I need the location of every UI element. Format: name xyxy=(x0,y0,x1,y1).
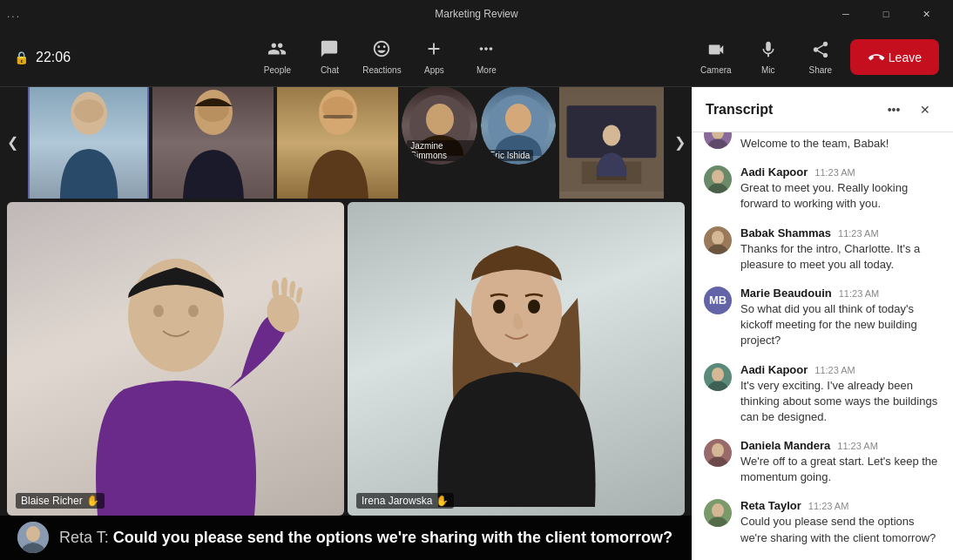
camera-label: Camera xyxy=(700,65,732,75)
people-icon xyxy=(267,39,287,63)
large-video-irena-jarowska[interactable]: Irena Jarowska ✋ xyxy=(348,202,685,516)
large-videos: Blaise Richer ✋ xyxy=(0,199,692,516)
svg-point-18 xyxy=(188,305,199,317)
svg-point-1 xyxy=(74,99,104,123)
svg-point-21 xyxy=(493,300,505,314)
transcript-close-button[interactable]: ✕ xyxy=(911,96,939,124)
message-sender-name: Aadi Kapoor xyxy=(740,363,808,376)
window-title: Marketing Review xyxy=(435,8,517,20)
strip-video-jazmine-simmons[interactable]: Jazmine Simmons xyxy=(402,87,476,165)
mic-button[interactable]: Mic xyxy=(746,35,791,80)
main-content: ❮ Reta Taylor xyxy=(0,87,953,560)
meeting-timer: 22:06 xyxy=(36,50,71,65)
large-name-blaise-richer: Blaise Richer ✋ xyxy=(16,493,105,509)
camera-icon xyxy=(706,40,726,63)
message-content: Aadi Kapoor11:23 AMGreat to meet you. Re… xyxy=(740,165,941,212)
svg-rect-6 xyxy=(323,115,353,118)
reactions-button[interactable]: Reactions xyxy=(357,33,406,82)
minimize-button[interactable]: ─ xyxy=(826,0,866,28)
message-header: Daniela Mandera11:23 AM xyxy=(740,439,941,452)
subtitle-text: Reta T: Could you please send the option… xyxy=(59,527,673,549)
message-text: Great to meet you. Really looking forwar… xyxy=(740,180,941,212)
message-text: We're off to a great start. Let's keep t… xyxy=(740,454,941,485)
toolbar-center: People Chat Reactions A xyxy=(253,33,510,82)
security-icon: 🔒 xyxy=(14,51,29,64)
strip-prev-button[interactable]: ❮ xyxy=(0,94,24,192)
strip-name-jazmine-simmons: Jazmine Simmons xyxy=(407,140,476,161)
apps-icon xyxy=(424,39,443,63)
message-timestamp: 11:23 AM xyxy=(839,288,879,299)
message-avatar xyxy=(704,363,732,391)
transcript-message: Aadi Kapoor11:23 AMGreat to meet you. Re… xyxy=(692,159,953,219)
transcript-panel: Transcript ••• ✕ Charlotte De Crum11:23 … xyxy=(692,87,953,560)
message-sender-name: Charlotte De Crum xyxy=(740,132,841,134)
strip-name-eric-ishida: Eric Ishida xyxy=(486,150,534,161)
message-sender-name: Aadi Kapoor xyxy=(740,165,808,179)
svg-point-17 xyxy=(153,305,164,317)
reactions-label: Reactions xyxy=(362,65,401,75)
maximize-button[interactable]: □ xyxy=(866,0,906,28)
hand-raised-icon-irena: ✋ xyxy=(436,495,449,507)
chat-button[interactable]: Chat xyxy=(305,33,354,82)
strip-video-danielle-booker[interactable]: Danielle Booker xyxy=(152,87,274,199)
message-avatar xyxy=(704,226,732,254)
message-content: Charlotte De Crum11:23 AMWelcome to the … xyxy=(740,132,941,152)
message-content: Daniela Mandera11:23 AMWe're off to a gr… xyxy=(740,439,941,485)
message-timestamp: 11:23 AM xyxy=(814,167,855,178)
svg-point-34 xyxy=(712,443,724,457)
transcript-actions: ••• ✕ xyxy=(880,96,939,124)
more-button[interactable]: More xyxy=(462,33,510,82)
large-video-blaise-richer[interactable]: Blaise Richer ✋ xyxy=(7,202,344,516)
toolbar-right: Camera Mic Share Leave xyxy=(693,35,939,80)
message-content: Aadi Kapoor11:23 AMIt's very exciting. I… xyxy=(740,363,941,426)
apps-button[interactable]: Apps xyxy=(409,33,458,82)
message-header: Marie Beaudouin11:23 AM xyxy=(740,287,941,300)
message-header: Aadi Kapoor11:23 AM xyxy=(740,363,941,376)
chat-label: Chat xyxy=(321,65,339,75)
subtitle-bar: Reta T: Could you please send the option… xyxy=(0,516,692,560)
hand-raised-icon-blaise: ✋ xyxy=(86,495,99,507)
message-avatar xyxy=(704,132,732,149)
transcript-message: Charlotte De Crum11:23 AMWelcome to the … xyxy=(692,132,953,159)
leave-button[interactable]: Leave xyxy=(850,39,939,75)
message-text: Could you please send the options we're … xyxy=(740,514,941,545)
transcript-message: Babak Shammas11:23 AMThanks for the intr… xyxy=(692,219,953,280)
camera-button[interactable]: Camera xyxy=(693,35,739,80)
large-name-irena-jarowska: Irena Jarowska ✋ xyxy=(356,493,454,509)
svg-point-24 xyxy=(26,526,40,542)
strip-next-button[interactable]: ❯ xyxy=(667,94,692,192)
message-header: Babak Shammas11:23 AM xyxy=(740,226,941,240)
window-controls: ─ □ ✕ xyxy=(826,0,946,28)
people-button[interactable]: People xyxy=(253,33,301,82)
share-button[interactable]: Share xyxy=(798,35,843,80)
svg-point-22 xyxy=(528,300,540,314)
transcript-more-button[interactable]: ••• xyxy=(880,96,908,124)
svg-point-10 xyxy=(505,104,531,133)
mic-icon xyxy=(759,40,778,63)
strip-video-summons[interactable]: Summons xyxy=(559,87,664,199)
svg-point-30 xyxy=(712,231,724,245)
strip-video-reta-taylor[interactable]: Reta Taylor xyxy=(28,87,149,199)
message-text: It's very exciting. I've already been th… xyxy=(740,378,941,426)
close-button[interactable]: ✕ xyxy=(906,0,946,28)
strip-video-eric-ishida[interactable]: Eric Ishida xyxy=(481,87,556,165)
message-text: So what did you all think of today's kic… xyxy=(740,301,941,349)
message-sender-name: Daniela Mandera xyxy=(740,439,830,452)
share-icon xyxy=(811,40,830,63)
transcript-messages: Charlotte De Crum11:23 AMWelcome to the … xyxy=(692,132,953,560)
transcript-title: Transcript xyxy=(706,102,773,118)
apps-label: Apps xyxy=(424,65,444,75)
message-header: Charlotte De Crum11:23 AM xyxy=(740,132,941,134)
svg-point-8 xyxy=(426,104,454,135)
message-header: Reta Taylor11:23 AM xyxy=(740,499,941,512)
reactions-icon xyxy=(372,39,391,63)
message-header: Aadi Kapoor11:23 AM xyxy=(740,165,941,179)
message-timestamp: 11:23 AM xyxy=(838,228,878,239)
more-icon xyxy=(476,39,496,63)
svg-point-28 xyxy=(712,170,724,184)
people-label: People xyxy=(264,65,291,75)
strip-videos: Reta Taylor Danielle Booker xyxy=(24,87,667,199)
strip-video-babak-shammas[interactable]: Babak Shammas xyxy=(277,87,398,199)
video-area: ❮ Reta Taylor xyxy=(0,87,692,560)
subtitle-speaker: Reta T: xyxy=(59,529,109,546)
